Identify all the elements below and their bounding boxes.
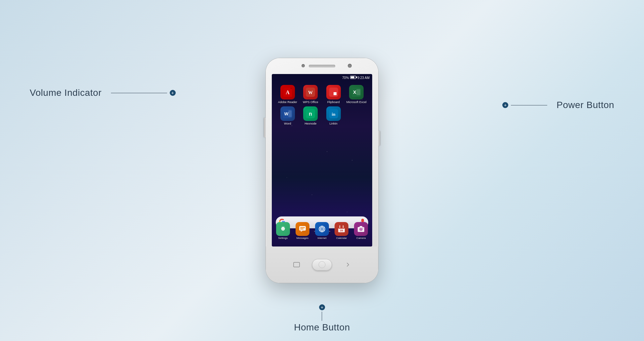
battery-percentage: 70% <box>342 76 349 80</box>
dock-label-messages: Messages <box>297 237 308 240</box>
volume-annotation-line <box>111 93 167 93</box>
svg-text:W: W <box>284 111 289 116</box>
svg-rect-26 <box>300 229 304 229</box>
app-icon-word: W <box>280 106 295 121</box>
volume-indicator-annotation: Volume Indicator <box>30 88 176 98</box>
app-label-flipboard: Flipboard <box>327 100 340 104</box>
app-label-wps-office: WPS Office <box>303 100 318 104</box>
dock-label-settings: Settings <box>278 237 288 240</box>
power-annotation-line <box>511 105 547 105</box>
svg-rect-32 <box>338 227 345 229</box>
camera-dot-right <box>348 64 352 68</box>
svg-point-42 <box>319 261 325 268</box>
app-item-hexnode[interactable]: n Hexnode <box>300 106 322 125</box>
svg-text:A: A <box>286 90 290 95</box>
dock-item-internet[interactable]: Internet <box>315 222 329 240</box>
phone-body: 70% 9:23 AM A <box>266 58 378 283</box>
dock-icon-internet <box>315 222 329 236</box>
power-button-label: Power Button <box>556 100 614 110</box>
phone-screen: 70% 9:23 AM A <box>272 74 372 246</box>
speaker-grill <box>309 65 335 67</box>
app-label-word: Word <box>284 122 291 125</box>
app-label-microsoft-excel: Microsoft Excel <box>346 100 367 104</box>
app-grid: A Adobe Reader W WPS Office <box>275 83 369 127</box>
home-annotation-line <box>322 312 322 321</box>
nav-button-back[interactable] <box>291 261 302 268</box>
dock-label-calendar: Calendar <box>336 237 347 240</box>
app-item-word[interactable]: W Word <box>277 106 299 125</box>
dock-label-internet: Internet <box>317 237 326 240</box>
svg-point-39 <box>360 229 362 230</box>
dock-label-camera: Camera <box>356 237 366 240</box>
battery-icon <box>350 76 356 80</box>
app-icon-wps-office: W <box>303 85 318 99</box>
volume-indicator-label: Volume Indicator <box>30 88 102 98</box>
home-button[interactable] <box>312 259 332 271</box>
dock: Settings Messages <box>272 220 372 246</box>
dock-icon-camera <box>354 222 368 236</box>
svg-rect-6 <box>334 89 337 92</box>
svg-text:in: in <box>332 112 336 117</box>
svg-text:n: n <box>309 111 312 117</box>
svg-point-40 <box>363 228 363 228</box>
status-bar: 70% 9:23 AM <box>272 74 372 81</box>
phone-bottom-bar <box>266 246 378 283</box>
app-item-microsoft-excel[interactable]: X Microsoft Excel <box>346 85 368 104</box>
svg-rect-14 <box>288 110 292 117</box>
svg-rect-5 <box>331 89 334 92</box>
app-icon-microsoft-excel: X <box>349 85 364 99</box>
home-button-label: Home Button <box>294 322 350 333</box>
dock-item-camera[interactable]: Camera <box>354 222 368 240</box>
home-annotation-dot: + <box>319 304 325 310</box>
app-icon-hexnode: n <box>303 106 318 121</box>
dock-icon-calendar: 28 <box>335 222 348 236</box>
volume-button[interactable] <box>264 118 266 137</box>
svg-rect-41 <box>294 262 300 267</box>
app-item-flipboard[interactable]: Flipboard <box>323 85 344 104</box>
app-icon-flipboard <box>326 85 341 99</box>
app-label-adobe-reader: Adobe Reader <box>278 100 297 104</box>
dock-item-calendar[interactable]: 28 Calendar <box>335 222 348 240</box>
home-button-annotation: + Home Button <box>294 304 350 333</box>
svg-text:28: 28 <box>340 229 343 232</box>
volume-annotation-dot <box>170 90 176 96</box>
svg-rect-7 <box>331 92 334 95</box>
svg-rect-10 <box>356 89 360 95</box>
svg-rect-24 <box>299 226 306 231</box>
svg-text:X: X <box>353 90 357 95</box>
svg-rect-37 <box>360 226 362 228</box>
phone-wrapper: 70% 9:23 AM A <box>266 58 378 283</box>
app-item-adobe-reader[interactable]: A Adobe Reader <box>277 85 299 104</box>
time-display: 9:23 AM <box>357 76 370 80</box>
app-icon-linkedin: in <box>326 106 341 121</box>
svg-rect-25 <box>300 227 305 228</box>
camera-dot-left <box>302 64 305 67</box>
nav-button-forward[interactable] <box>342 261 353 268</box>
app-item-linkedin[interactable]: in LinkIn <box>323 106 344 125</box>
app-item-wps-office[interactable]: W WPS Office <box>300 85 322 104</box>
dock-item-messages[interactable]: Messages <box>296 222 309 240</box>
app-label-linkedin: LinkIn <box>330 122 338 125</box>
power-annotation-dot <box>502 102 508 108</box>
app-icon-adobe-reader: A <box>280 85 295 99</box>
app-label-hexnode: Hexnode <box>304 122 316 125</box>
dock-icon-settings <box>276 222 290 236</box>
dock-item-settings[interactable]: Settings <box>276 222 290 240</box>
dock-icon-messages <box>296 222 309 236</box>
power-button[interactable] <box>378 131 380 146</box>
svg-text:W: W <box>308 90 313 95</box>
power-button-annotation: Power Button <box>502 100 614 110</box>
